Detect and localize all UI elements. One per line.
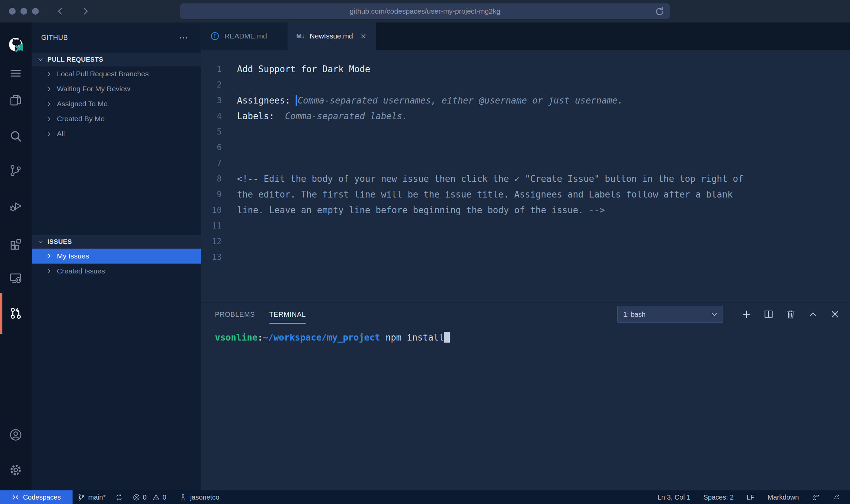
section-header-issues[interactable]: ISSUES bbox=[32, 235, 201, 249]
code-segment: Add Support for Dark Mode bbox=[237, 64, 370, 74]
tree-item-label: Created Issues bbox=[57, 267, 105, 275]
forward-icon[interactable] bbox=[80, 6, 91, 16]
error-count: 0 bbox=[143, 493, 146, 501]
line-content: <!-- Edit the body of your new issue the… bbox=[237, 174, 743, 184]
tab-terminal[interactable]: TERMINAL bbox=[269, 302, 306, 326]
menu-icon[interactable] bbox=[5, 62, 27, 84]
feedback-status[interactable] bbox=[807, 493, 824, 501]
branch-status[interactable]: main* bbox=[73, 490, 110, 504]
sync-status[interactable] bbox=[110, 490, 128, 504]
eol-status[interactable]: LF bbox=[742, 493, 759, 501]
tree-item-label: Assigned To Me bbox=[57, 100, 108, 108]
branch-label: main* bbox=[88, 493, 106, 501]
tab-newissue[interactable]: M↓ NewIssue.md bbox=[287, 22, 376, 50]
sidebar-item-created-by-me[interactable]: Created By Me bbox=[32, 111, 201, 126]
kill-terminal-icon[interactable] bbox=[785, 309, 796, 320]
terminal-user: vsonline bbox=[215, 332, 257, 343]
line-number: 13 bbox=[201, 252, 222, 262]
sidebar-item-local-pull-request-branches[interactable]: Local Pull Request Branches bbox=[32, 66, 201, 81]
code-segment: Comma-separated labels. bbox=[285, 111, 408, 121]
tab-label: NewIssue.md bbox=[310, 32, 353, 40]
editor-line: 1Add Support for Dark Mode bbox=[201, 61, 850, 77]
tree-item-label: My Issues bbox=[57, 252, 89, 260]
code-segment: Comma-separated usernames, either @usern… bbox=[298, 95, 623, 106]
warning-icon bbox=[152, 493, 160, 501]
new-terminal-icon[interactable] bbox=[741, 309, 752, 320]
terminal-path: ~/workspace/my_project bbox=[263, 332, 380, 343]
maximize-panel-icon[interactable] bbox=[807, 309, 818, 320]
sync-icon bbox=[115, 493, 123, 501]
section-header-pull-requests[interactable]: PULL REQUESTS bbox=[32, 53, 201, 66]
line-number: 3 bbox=[201, 96, 222, 105]
split-terminal-icon[interactable] bbox=[763, 309, 774, 320]
user-icon bbox=[179, 493, 187, 501]
indentation-status[interactable]: Spaces: 2 bbox=[698, 493, 738, 501]
github-vscode-logo-icon[interactable] bbox=[5, 34, 27, 56]
line-number: 11 bbox=[201, 221, 222, 231]
sidebar-item-assigned-to-me[interactable]: Assigned To Me bbox=[32, 96, 201, 111]
panel: PROBLEMS TERMINAL 1: bash bbox=[201, 302, 850, 490]
chevron-right-icon bbox=[45, 85, 53, 93]
line-number: 8 bbox=[201, 174, 222, 184]
url-bar[interactable]: github.com/codespaces/user-my-project-mg… bbox=[180, 3, 670, 19]
sidebar-item-my-issues[interactable]: My Issues bbox=[32, 249, 201, 264]
line-content: Add Support for Dark Mode bbox=[237, 64, 370, 74]
editor-line: 8<!-- Edit the body of your new issue th… bbox=[201, 171, 850, 187]
sidebar-item-created-issues[interactable]: Created Issues bbox=[32, 264, 201, 279]
line-number: 10 bbox=[201, 205, 222, 215]
source-control-icon[interactable] bbox=[5, 160, 27, 182]
notifications-status[interactable] bbox=[828, 493, 845, 501]
tab-problems[interactable]: PROBLEMS bbox=[215, 302, 255, 326]
line-content: the editor. The first line will be the i… bbox=[237, 189, 733, 200]
terminal-toolbar: 1: bash bbox=[617, 306, 840, 323]
terminal-shell-select[interactable]: 1: bash bbox=[617, 306, 723, 323]
chevron-right-icon bbox=[45, 267, 53, 275]
url-text: github.com/codespaces/user-my-project-mg… bbox=[350, 7, 500, 15]
account-icon[interactable] bbox=[5, 424, 27, 446]
github-pull-requests-icon[interactable] bbox=[5, 302, 27, 324]
line-number: 2 bbox=[201, 80, 222, 90]
terminal-cursor bbox=[444, 332, 450, 343]
settings-gear-icon[interactable] bbox=[5, 459, 27, 481]
run-and-debug-icon[interactable] bbox=[5, 195, 27, 217]
refresh-icon[interactable] bbox=[654, 6, 665, 17]
problems-status[interactable]: 0 0 bbox=[128, 490, 174, 504]
cursor-position-status[interactable]: Ln 3, Col 1 bbox=[653, 493, 695, 501]
close-icon[interactable] bbox=[360, 32, 367, 40]
terminal-colon: : bbox=[257, 332, 263, 343]
sidebar-item-all[interactable]: All bbox=[32, 126, 201, 141]
codespaces-status-badge[interactable]: Codespaces bbox=[0, 490, 73, 504]
error-icon bbox=[132, 493, 140, 501]
tab-readme[interactable]: README.md bbox=[201, 22, 287, 50]
terminal[interactable]: vsonline:~/workspace/my_project npm inst… bbox=[201, 326, 850, 343]
tab-bar: README.md M↓ NewIssue.md bbox=[201, 22, 850, 50]
user-status[interactable]: jasonetco bbox=[174, 490, 224, 504]
remote-icon bbox=[12, 493, 19, 501]
tree-item-label: Waiting For My Review bbox=[57, 85, 130, 93]
chevron-down-icon bbox=[36, 56, 45, 64]
editor[interactable]: 1Add Support for Dark Mode23Assignees: C… bbox=[201, 50, 850, 302]
warning-count: 0 bbox=[162, 493, 166, 501]
ellipsis-icon[interactable] bbox=[178, 33, 189, 43]
editor-line: 7 bbox=[201, 155, 850, 171]
language-mode-status[interactable]: Markdown bbox=[763, 493, 804, 501]
active-view-indicator bbox=[0, 293, 2, 334]
search-icon[interactable] bbox=[5, 125, 27, 147]
extensions-icon[interactable] bbox=[5, 234, 27, 255]
sidebar-item-waiting-for-my-review[interactable]: Waiting For My Review bbox=[32, 81, 201, 96]
back-icon[interactable] bbox=[55, 6, 65, 16]
section-label: PULL REQUESTS bbox=[47, 56, 103, 63]
editor-line: 3Assignees: Comma-separated usernames, e… bbox=[201, 93, 850, 108]
close-panel-icon[interactable] bbox=[830, 309, 840, 320]
code-segment: <!-- Edit the body of your new issue the… bbox=[237, 174, 743, 184]
line-number: 9 bbox=[201, 190, 222, 199]
traffic-lights[interactable] bbox=[9, 8, 39, 15]
sidebar-spacer bbox=[32, 141, 201, 235]
editor-cursor bbox=[296, 95, 297, 106]
user-label: jasonetco bbox=[190, 493, 219, 501]
chevron-down-icon bbox=[710, 310, 719, 318]
remote-explorer-icon[interactable] bbox=[5, 267, 27, 289]
code-segment: the editor. The first line will be the i… bbox=[237, 189, 733, 200]
explorer-icon[interactable] bbox=[5, 89, 27, 111]
editor-line: 5 bbox=[201, 124, 850, 140]
